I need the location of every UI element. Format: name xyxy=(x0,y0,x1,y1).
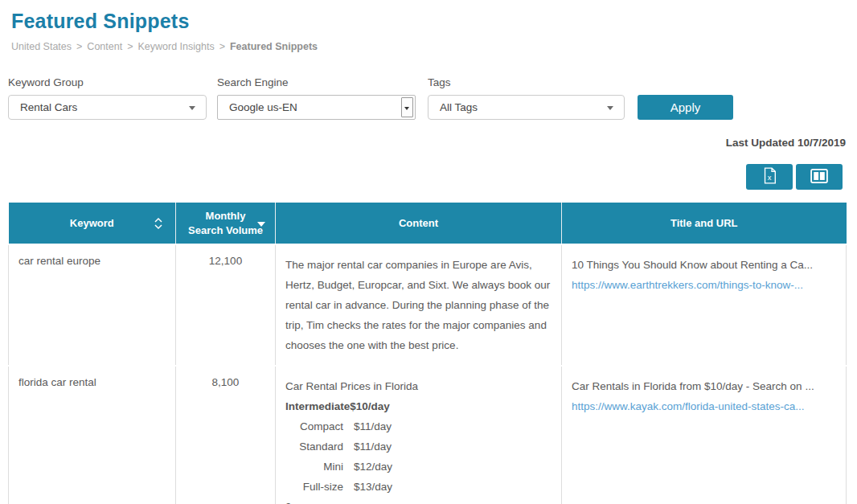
toolbar: x xyxy=(8,164,846,190)
tags-dropdown[interactable]: All Tags xyxy=(428,95,625,120)
price-table-row: Full-size $13/day xyxy=(285,477,552,497)
page-title: Featured Snippets xyxy=(11,10,846,33)
result-url-link[interactable]: https://www.kayak.com/florida-united-sta… xyxy=(572,400,805,412)
column-header-title-url-label: Title and URL xyxy=(670,217,738,229)
breadcrumb-item-united-states[interactable]: United States xyxy=(11,41,72,52)
search-engine-label: Search Engine xyxy=(217,76,416,88)
columns-icon xyxy=(810,169,828,186)
column-header-monthly-search-volume[interactable]: Monthly Search Volume xyxy=(176,203,276,244)
price-label: Mini xyxy=(285,457,343,477)
table-row: car rental europe 12,100 The major renta… xyxy=(9,244,847,366)
search-engine-filter: Search Engine Google us-EN xyxy=(217,76,416,120)
table-row: florida car rental 8,100 Car Rental Pric… xyxy=(9,366,847,504)
page: Featured Snippets United States>Content>… xyxy=(0,10,857,504)
column-header-volume-label: Monthly Search Volume xyxy=(187,209,264,237)
price-label: Standard xyxy=(285,436,343,457)
tags-value: All Tags xyxy=(440,101,478,113)
excel-export-icon: x xyxy=(763,167,777,186)
volume-cell: 8,100 xyxy=(176,366,276,504)
select-arrow-icon xyxy=(401,97,413,117)
price-label: Compact xyxy=(285,416,343,436)
snippet-heading: Car Rental Prices in Florida xyxy=(285,376,552,396)
keyword-cell: car rental europe xyxy=(9,244,176,366)
snippet-text: The major rental car companies in Europe… xyxy=(285,255,552,355)
filter-bar: Keyword Group Rental Cars Search Engine … xyxy=(8,76,846,120)
price-table-row: Mini $12/day xyxy=(285,457,552,477)
price-value: $11/day xyxy=(354,436,392,457)
price-label: Full-size xyxy=(285,477,343,497)
sort-icon[interactable] xyxy=(154,217,162,234)
keyword-cell: florida car rental xyxy=(9,366,176,504)
result-url-link[interactable]: https://www.earthtrekkers.com/things-to-… xyxy=(572,279,803,291)
snippet-footer: 9 more rows xyxy=(285,497,552,504)
featured-snippets-table: Keyword Monthly Search Volume Content xyxy=(8,203,847,504)
breadcrumb-separator: > xyxy=(219,41,225,52)
title-url-cell: 10 Things You Should Know about Renting … xyxy=(562,244,847,366)
volume-cell: 12,100 xyxy=(176,244,276,366)
chevron-down-icon xyxy=(607,106,613,110)
price-table-row: Standard $11/day xyxy=(285,436,552,457)
column-header-title-and-url[interactable]: Title and URL xyxy=(562,203,847,244)
keyword-group-label: Keyword Group xyxy=(8,76,207,88)
snippet-subheading: Intermediate$10/day xyxy=(285,396,552,416)
title-url-cell: Car Rentals in Florida from $10/day - Se… xyxy=(562,366,847,504)
export-excel-button[interactable]: x xyxy=(746,164,793,190)
result-title: 10 Things You Should Know about Renting … xyxy=(572,255,836,275)
last-updated-text: Last Updated 10/7/2019 xyxy=(8,137,846,149)
price-table-row: Compact $11/day xyxy=(285,416,552,436)
breadcrumb-item-content[interactable]: Content xyxy=(87,41,122,52)
sort-descending-icon[interactable] xyxy=(257,222,265,227)
breadcrumb-item-keyword-insights[interactable]: Keyword Insights xyxy=(137,41,214,52)
tags-filter: Tags All Tags xyxy=(428,76,625,120)
keyword-group-dropdown[interactable]: Rental Cars xyxy=(8,95,207,120)
price-value: $13/day xyxy=(354,477,392,497)
content-cell: Car Rental Prices in Florida Intermediat… xyxy=(276,366,562,504)
chevron-down-icon xyxy=(189,106,195,110)
breadcrumb-item-featured-snippets: Featured Snippets xyxy=(230,41,318,52)
breadcrumb-separator: > xyxy=(76,41,82,52)
search-engine-select[interactable]: Google us-EN xyxy=(217,95,416,120)
column-header-keyword[interactable]: Keyword xyxy=(9,203,176,244)
breadcrumb: United States>Content>Keyword Insights>F… xyxy=(11,41,846,52)
keyword-group-value: Rental Cars xyxy=(20,101,77,113)
column-settings-button[interactable] xyxy=(796,164,843,190)
column-header-content-label: Content xyxy=(399,217,438,229)
keyword-group-filter: Keyword Group Rental Cars xyxy=(8,76,207,120)
column-header-keyword-label: Keyword xyxy=(70,217,114,229)
column-header-content[interactable]: Content xyxy=(276,203,562,244)
tags-label: Tags xyxy=(428,76,625,88)
result-title: Car Rentals in Florida from $10/day - Se… xyxy=(572,376,836,396)
apply-button[interactable]: Apply xyxy=(638,95,733,120)
breadcrumb-separator: > xyxy=(127,41,133,52)
content-cell: The major rental car companies in Europe… xyxy=(276,244,562,366)
price-value: $12/day xyxy=(354,457,392,477)
price-value: $11/day xyxy=(354,416,392,436)
svg-text:x: x xyxy=(767,174,771,182)
table-header-row: Keyword Monthly Search Volume Content xyxy=(9,203,847,244)
search-engine-value: Google us-EN xyxy=(229,101,297,113)
